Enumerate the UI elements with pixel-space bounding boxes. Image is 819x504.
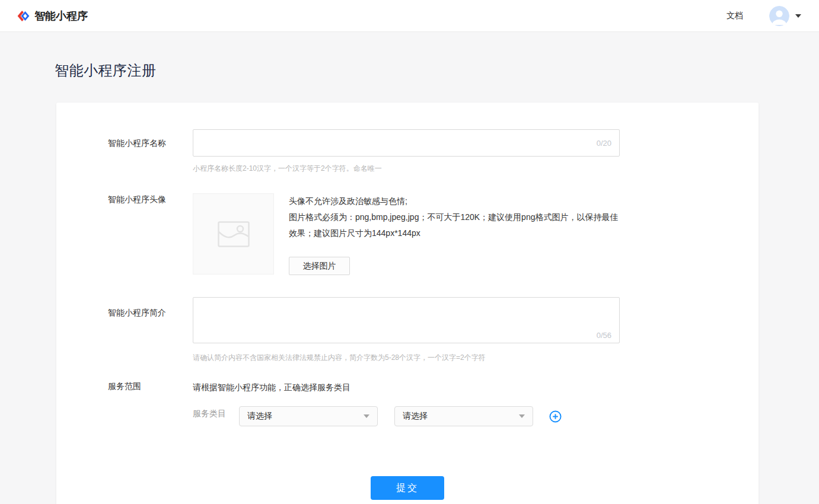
brand-logo-icon [17, 9, 30, 23]
add-category-button[interactable] [549, 410, 562, 423]
form-row-avatar: 智能小程序头像 头像不允许涉及政治敏感与色情; 图片格式必须为：png,bmp,… [56, 193, 759, 275]
form-row-intro: 智能小程序简介 0/56 请确认简介内容不含国家相关法律法规禁止内容，简介字数为… [56, 297, 759, 363]
caret-down-icon [519, 414, 525, 418]
page-title: 智能小程序注册 [55, 61, 819, 80]
user-menu-caret-icon[interactable] [795, 14, 801, 18]
select-value: 请选择 [247, 411, 272, 422]
person-silhouette-icon [769, 6, 789, 26]
docs-link[interactable]: 文档 [726, 11, 743, 21]
avatar-image-placeholder [193, 193, 274, 275]
name-field-label: 智能小程序名称 [108, 129, 193, 174]
brand-home-link[interactable]: 智能小程序 [17, 9, 88, 23]
user-avatar[interactable] [769, 6, 789, 26]
service-category-label: 服务类目 [193, 409, 226, 419]
form-row-name: 智能小程序名称 0/20 小程序名称长度2-10汉字，一个汉字等于2个字符。命名… [56, 129, 759, 174]
service-category-select-level2[interactable]: 请选择 [394, 406, 533, 426]
submit-button[interactable]: 提交 [371, 476, 444, 500]
intro-field-label: 智能小程序简介 [108, 297, 193, 363]
select-value: 请选择 [403, 411, 428, 422]
name-input[interactable] [193, 129, 620, 157]
avatar-rules-line1: 头像不允许涉及政治敏感与色情; [289, 193, 620, 209]
form-row-service-scope: 服务范围 请根据智能小程序功能，正确选择服务类目 服务类目 请选择 请选择 [56, 381, 759, 426]
avatar-rules-line2: 图片格式必须为：png,bmp,jpeg,jpg；不可大于120K；建议使用pn… [289, 209, 620, 241]
caret-down-icon [364, 414, 369, 418]
avatar-field-label: 智能小程序头像 [108, 193, 193, 275]
main-content: 智能小程序注册 智能小程序名称 0/20 小程序名称长度2-10汉字，一个汉字等… [0, 61, 819, 504]
top-navbar: 智能小程序 文档 [0, 0, 819, 32]
service-scope-label: 服务范围 [108, 381, 193, 426]
choose-image-button[interactable]: 选择图片 [289, 257, 350, 275]
registration-form-card: 智能小程序名称 0/20 小程序名称长度2-10汉字，一个汉字等于2个字符。命名… [56, 103, 759, 504]
intro-textarea[interactable] [193, 297, 620, 343]
brand-name: 智能小程序 [34, 9, 88, 23]
service-category-select-level1[interactable]: 请选择 [239, 406, 378, 426]
image-outline-icon [218, 221, 250, 247]
plus-circle-icon [549, 410, 562, 423]
intro-field-hint: 请确认简介内容不含国家相关法律法规禁止内容，简介字数为5-28个汉字，一个汉字=… [193, 353, 620, 363]
service-instruction: 请根据智能小程序功能，正确选择服务类目 [193, 381, 562, 393]
name-field-hint: 小程序名称长度2-10汉字，一个汉字等于2个字符。命名唯一 [193, 164, 620, 174]
